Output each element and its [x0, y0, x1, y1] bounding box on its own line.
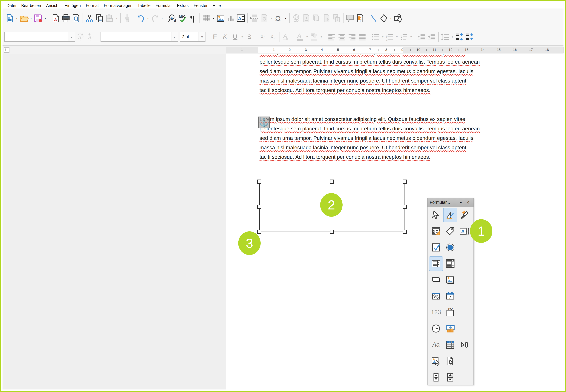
list-box-button[interactable] — [429, 256, 443, 271]
option-button[interactable] — [443, 240, 457, 255]
numbered-list-button[interactable]: 123 — [385, 31, 395, 43]
navigation-bar-button[interactable] — [457, 337, 471, 352]
spin-button[interactable] — [443, 370, 457, 384]
push-button[interactable] — [429, 273, 443, 287]
increase-indent-button[interactable] — [417, 31, 427, 43]
menu-item[interactable]: Ansicht — [44, 3, 62, 8]
resize-handle-top-right[interactable] — [403, 180, 407, 184]
bold-button[interactable]: F — [210, 31, 220, 43]
outline-list-button[interactable]: 1 — [399, 31, 409, 43]
font-color-button[interactable]: A — [295, 31, 305, 43]
insert-image-button[interactable] — [216, 13, 226, 24]
move-up-button[interactable] — [454, 31, 464, 43]
resize-handle-top-center[interactable] — [330, 180, 334, 184]
group-box-button[interactable]: Aa — [429, 337, 443, 352]
pattern-field-button[interactable]: XYZ — [443, 305, 457, 320]
move-down-button[interactable] — [464, 31, 475, 43]
insert-field-dropdown[interactable]: ▾ — [269, 13, 274, 24]
menu-item[interactable]: Formular — [153, 3, 174, 8]
document-page[interactable]: Lorem ipsum dolor sit amet consectetur a… — [226, 54, 564, 390]
save-button[interactable] — [33, 13, 43, 24]
insert-line-button[interactable] — [369, 13, 379, 24]
special-character-button[interactable]: Ω — [274, 13, 284, 24]
label-field-button[interactable] — [443, 224, 457, 238]
subscript-button[interactable]: X₂ — [268, 31, 278, 43]
highlight-color-dropdown[interactable]: ▾ — [319, 31, 323, 43]
check-box-button[interactable] — [429, 240, 443, 255]
formatting-marks-button[interactable]: ¶ — [188, 13, 198, 24]
cut-button[interactable] — [85, 13, 95, 24]
toggle-wizards-button[interactable] — [457, 208, 471, 222]
paragraph-style-combo[interactable]: ∨ — [4, 32, 75, 42]
combo-box-button[interactable] — [443, 256, 457, 271]
page-break-button[interactable] — [249, 13, 259, 24]
align-right-button[interactable] — [347, 31, 357, 43]
open-dropdown[interactable]: ▾ — [29, 13, 33, 24]
spellcheck-button[interactable]: abc — [178, 13, 188, 24]
image-button[interactable] — [443, 273, 457, 287]
clear-formatting-button[interactable]: A — [281, 31, 291, 43]
resize-handle-bottom-right[interactable] — [403, 230, 407, 234]
footnote-button[interactable]: 1 — [301, 13, 311, 24]
form-design-button[interactable] — [429, 224, 443, 238]
menu-item[interactable]: Datei — [4, 3, 19, 8]
font-name-combo[interactable]: ∨ — [101, 32, 178, 42]
insert-table-button[interactable] — [201, 13, 211, 24]
menu-item[interactable]: Tabelle — [135, 3, 153, 8]
insert-textbox-button[interactable]: A — [236, 13, 246, 24]
align-center-button[interactable] — [337, 31, 347, 43]
date-field-button[interactable]: 7 — [443, 289, 457, 303]
paste-dropdown[interactable]: ▾ — [115, 13, 119, 24]
highlight-color-button[interactable]: ab — [309, 31, 319, 43]
redo-button[interactable] — [150, 13, 160, 24]
combo-arrow-icon[interactable]: ∨ — [199, 32, 205, 42]
menu-item[interactable]: Formatvorlagen — [101, 3, 135, 8]
menu-item[interactable]: Bearbeiten — [19, 3, 44, 8]
print-button[interactable] — [61, 13, 71, 24]
endnote-button[interactable]: (i) — [311, 13, 321, 24]
font-color-dropdown[interactable]: ▾ — [305, 31, 309, 43]
formatted-field-button[interactable] — [429, 289, 443, 303]
strikethrough-button[interactable]: S — [244, 31, 254, 43]
outline-list-dropdown[interactable]: ▾ — [409, 31, 413, 43]
numbered-list-dropdown[interactable]: ▾ — [395, 31, 399, 43]
font-size-combo[interactable]: 2 pt∨ — [180, 32, 205, 42]
combo-arrow-icon[interactable]: ∨ — [171, 32, 178, 42]
panel-close-icon[interactable]: ✕ — [464, 200, 471, 205]
save-dropdown[interactable]: ▾ — [43, 13, 47, 24]
select-button[interactable] — [429, 208, 443, 222]
clone-formatting-button[interactable] — [122, 13, 132, 24]
copy-button[interactable] — [95, 13, 105, 24]
resize-handle-top-left[interactable] — [257, 180, 261, 184]
image-control-button[interactable] — [429, 354, 443, 368]
resize-handle-bottom-left[interactable] — [257, 230, 261, 234]
show-draw-functions-button[interactable] — [393, 13, 403, 24]
special-character-dropdown[interactable]: ▾ — [284, 13, 288, 24]
text-box-button[interactable]: A — [457, 224, 471, 238]
design-mode-button[interactable] — [443, 208, 457, 222]
resize-handle-middle-right[interactable] — [403, 205, 407, 209]
italic-button[interactable]: K — [220, 31, 230, 43]
time-field-button[interactable] — [429, 321, 443, 336]
menu-item[interactable]: Einfügen — [62, 3, 83, 8]
bullet-list-button[interactable] — [371, 31, 381, 43]
redo-dropdown[interactable]: ▾ — [160, 13, 164, 24]
currency-field-button[interactable] — [443, 321, 457, 336]
line-spacing-dropdown[interactable]: ▾ — [450, 31, 454, 43]
basic-shapes-button[interactable] — [379, 13, 389, 24]
bookmark-button[interactable] — [321, 13, 332, 24]
cross-reference-button[interactable] — [332, 13, 342, 24]
update-style-button[interactable]: A — [76, 31, 86, 43]
open-button[interactable] — [19, 13, 29, 24]
decrease-indent-button[interactable] — [427, 31, 437, 43]
horizontal-ruler[interactable]: 1123456789101112131415161718 — [226, 47, 564, 53]
bullet-list-dropdown[interactable]: ▾ — [381, 31, 385, 43]
paste-button[interactable] — [105, 13, 115, 24]
print-preview-button[interactable] — [71, 13, 81, 24]
numerical-field-button[interactable]: 123 — [429, 305, 443, 320]
scrollbar-button[interactable] — [429, 370, 443, 384]
new-style-button[interactable]: A — [86, 31, 96, 43]
file-selection-button[interactable] — [443, 354, 457, 368]
resize-handle-bottom-center[interactable] — [330, 230, 334, 234]
superscript-button[interactable]: X² — [258, 31, 268, 43]
